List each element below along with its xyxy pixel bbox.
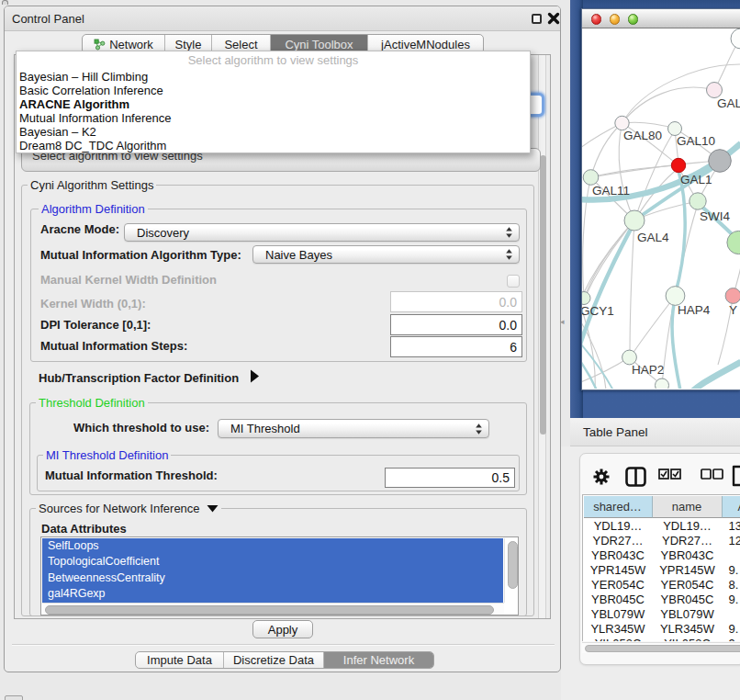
close-traffic-light-icon[interactable] bbox=[591, 14, 602, 25]
tab-impute-data[interactable]: Impute Data bbox=[136, 652, 224, 668]
settings-vertical-scrollbar[interactable] bbox=[538, 55, 546, 618]
network-window-titlebar[interactable] bbox=[582, 9, 740, 28]
hidden-panel-button[interactable] bbox=[5, 695, 23, 700]
network-node-GAL11[interactable] bbox=[583, 170, 599, 186]
table-cell[interactable]: YIL053C bbox=[653, 636, 723, 641]
checked-pair-icon[interactable] bbox=[658, 469, 681, 480]
scrollbar-thumb[interactable] bbox=[585, 645, 740, 652]
network-node-gal-top[interactable] bbox=[707, 83, 723, 98]
field-value: 0.0 bbox=[499, 295, 517, 310]
kernel-width-field[interactable]: 0.0 bbox=[390, 291, 522, 312]
algorithm-option[interactable]: Bayesian – K2 bbox=[17, 125, 530, 139]
unchecked-pair-icon[interactable] bbox=[701, 469, 723, 480]
table-column-header[interactable]: shared… bbox=[584, 496, 653, 518]
algorithm-option[interactable]: ARACNE Algorithm bbox=[17, 97, 530, 111]
scrollbar-thumb[interactable] bbox=[45, 605, 494, 615]
attribute-item[interactable]: gal4RGexp bbox=[42, 586, 503, 603]
table-cell[interactable]: 13 bbox=[723, 518, 740, 533]
which-threshold-combobox[interactable]: MI Threshold bbox=[218, 419, 489, 438]
mi-type-combobox[interactable]: Naive Bayes bbox=[252, 245, 520, 264]
mi-steps-field[interactable]: 6 bbox=[390, 336, 522, 357]
document-icon[interactable] bbox=[732, 465, 740, 487]
table-cell[interactable]: YDR27… bbox=[653, 533, 723, 548]
network-node-GAL1[interactable] bbox=[671, 158, 685, 172]
table-cell[interactable]: 9. bbox=[723, 621, 740, 636]
table-cell[interactable]: 8. bbox=[723, 577, 740, 592]
gear-icon[interactable] bbox=[592, 468, 611, 486]
dpi-tolerance-field[interactable]: 0.0 bbox=[390, 314, 522, 335]
table-cell[interactable]: YLR345W bbox=[653, 621, 723, 636]
expand-arrow-icon[interactable] bbox=[249, 368, 260, 384]
close-icon[interactable] bbox=[547, 12, 560, 25]
list-vertical-scrollbar[interactable] bbox=[504, 538, 519, 603]
group-title: Sources for Network Inference bbox=[36, 502, 221, 515]
table-cell[interactable]: YDR27… bbox=[584, 533, 653, 548]
attribute-item[interactable]: SelfLoops bbox=[42, 538, 503, 555]
algorithm-option[interactable]: Dream8 DC_TDC Algorithm bbox=[17, 139, 530, 152]
table-cell[interactable]: YIL053C bbox=[584, 636, 653, 641]
table-cell[interactable]: YPR145W bbox=[584, 562, 653, 577]
minimize-traffic-light-icon[interactable] bbox=[610, 14, 621, 25]
table-cell[interactable]: YER054C bbox=[653, 577, 723, 592]
table-cell[interactable]: 12 bbox=[723, 533, 740, 548]
scrollbar-thumb[interactable] bbox=[508, 541, 518, 589]
network-canvas[interactable]: GALGAL80GAL10GAL1GAL11SWI4GAL4GCY1HAP4YH… bbox=[582, 28, 740, 389]
table-cell[interactable]: YER054C bbox=[584, 577, 653, 592]
updown-arrows-icon bbox=[475, 423, 483, 435]
algorithm-option[interactable]: Mutual Information Inference bbox=[17, 111, 530, 125]
node-table[interactable]: shared…nameAYDL19…YDL19…13YDR27…YDR27…12… bbox=[582, 494, 740, 641]
split-pane-collapse-icon[interactable]: ◂ bbox=[560, 317, 568, 326]
table-cell[interactable]: YBR045C bbox=[584, 592, 653, 606]
list-horizontal-scrollbar[interactable] bbox=[42, 603, 504, 615]
network-node-pink-right[interactable] bbox=[725, 288, 740, 304]
aracne-mode-combobox[interactable]: Discovery bbox=[124, 223, 520, 242]
table-cell[interactable]: YBR045C bbox=[653, 592, 723, 606]
float-window-icon[interactable] bbox=[532, 14, 542, 24]
mi-threshold-field[interactable]: 0.5 bbox=[385, 468, 515, 488]
collapse-arrow-icon[interactable] bbox=[207, 504, 219, 513]
table-cell[interactable]: YPR145W bbox=[653, 562, 723, 577]
node-label-GAL11: GAL11 bbox=[592, 184, 630, 198]
table-cell[interactable]: YDL19… bbox=[653, 518, 723, 533]
network-node-corner[interactable] bbox=[731, 28, 740, 49]
network-node-green-right[interactable] bbox=[727, 231, 740, 254]
table-horizontal-scrollbar[interactable] bbox=[582, 642, 740, 653]
network-view-window[interactable]: GALGAL80GAL10GAL1GAL11SWI4GAL4GCY1HAP4YH… bbox=[581, 8, 740, 390]
zoom-traffic-light-icon[interactable] bbox=[628, 14, 639, 25]
table-cell[interactable]: YBL079W bbox=[653, 606, 723, 621]
network-node-gray-node[interactable] bbox=[709, 150, 732, 173]
tab-discretize-data[interactable]: Discretize Data bbox=[224, 652, 324, 668]
algorithm-option[interactable]: Basic Correlation Inference bbox=[17, 84, 530, 97]
network-node-SWI4[interactable] bbox=[690, 193, 706, 209]
updown-arrows-icon bbox=[505, 248, 513, 261]
data-attributes-list[interactable]: SelfLoopsTopologicalCoefficientBetweenne… bbox=[40, 536, 519, 615]
table-cell[interactable]: 9. bbox=[723, 636, 740, 641]
table-cell[interactable]: YLR345W bbox=[584, 621, 653, 636]
table-cell[interactable]: YBR043C bbox=[584, 548, 653, 562]
apply-button[interactable]: Apply bbox=[252, 620, 313, 638]
network-graph: GALGAL80GAL10GAL1GAL11SWI4GAL4GCY1HAP4YH… bbox=[582, 28, 740, 389]
table-cell[interactable]: 9. bbox=[723, 562, 740, 577]
mi-steps-label: Mutual Information Steps: bbox=[40, 339, 187, 353]
control-panel-titlebar[interactable]: Control Panel bbox=[5, 6, 560, 31]
algorithm-option[interactable]: Bayesian – Hill Climbing bbox=[17, 70, 530, 84]
network-node-GCY1[interactable] bbox=[582, 292, 590, 305]
table-cell[interactable]: YDL19… bbox=[584, 518, 653, 533]
which-threshold-label: Which threshold to use: bbox=[73, 421, 209, 435]
sources-title: Sources for Network Inference bbox=[39, 502, 200, 515]
attribute-item[interactable]: TopologicalCoefficient bbox=[42, 554, 503, 570]
table-cell[interactable]: 9. bbox=[723, 592, 740, 606]
table-cell[interactable]: YBL079W bbox=[584, 606, 653, 621]
scrollbar-thumb[interactable] bbox=[540, 155, 546, 435]
node-label-HAP4: HAP4 bbox=[678, 303, 711, 317]
table-cell[interactable]: YBR043C bbox=[653, 548, 723, 562]
table-column-header[interactable]: A bbox=[723, 496, 740, 518]
manual-kernel-checkbox[interactable] bbox=[507, 275, 520, 288]
table-column-header[interactable]: name bbox=[653, 496, 723, 518]
network-node-bottom-node[interactable] bbox=[656, 378, 669, 389]
tab-infer-network[interactable]: Infer Network bbox=[324, 652, 433, 668]
table-panel-bar[interactable]: Table Panel bbox=[570, 418, 740, 446]
network-node-GAL4[interactable] bbox=[624, 210, 645, 231]
attribute-item[interactable]: BetweennessCentrality bbox=[42, 570, 503, 587]
split-view-icon[interactable] bbox=[625, 467, 646, 487]
